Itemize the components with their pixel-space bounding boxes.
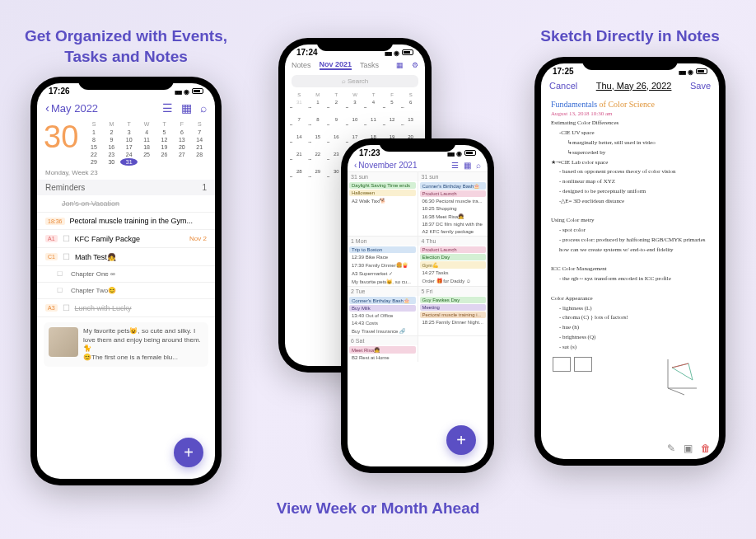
tab-month[interactable]: Nov 2021: [320, 60, 352, 70]
event-item[interactable]: 18:25 Family Dinner Night...: [420, 319, 487, 326]
day-column[interactable]: 4 ThuProduct LaunchElection DayGym💪14:27…: [418, 237, 488, 286]
event-item[interactable]: 12:39 Bike Race: [349, 254, 416, 260]
event-item[interactable]: Meet Risa👧: [349, 346, 416, 354]
list-item[interactable]: C1☐Math Test👧: [37, 248, 215, 266]
list-icon[interactable]: ☰: [451, 161, 459, 170]
image-icon[interactable]: ▣: [684, 443, 693, 454]
event-item[interactable]: Meeting: [420, 304, 487, 311]
sub-item[interactable]: Chapter Two😊: [37, 283, 215, 299]
sub-date: Monday, Week 23: [37, 169, 215, 180]
event-item[interactable]: Gym💪: [420, 261, 487, 269]
note-card[interactable]: My favorite pets😺, so cute and silky. I …: [44, 322, 208, 367]
day-column[interactable]: 31 sunConner's Birthday Bash🎂Product Lau…: [418, 172, 488, 236]
calendar-icon[interactable]: ▦: [464, 161, 471, 170]
handwritten-line: ★⊸CIE Lab color space: [551, 159, 709, 167]
mini-calendar[interactable]: SMTWTFS 12345678910111213141516171819202…: [85, 121, 208, 166]
note-toolbar: ✎ ▣ 🗑: [667, 443, 711, 454]
notch: [380, 138, 456, 152]
day-column[interactable]: 6 SatMeet Risa👧B2 Rest at Home: [348, 336, 418, 362]
note-date-title[interactable]: Thu, May 26, 2022: [596, 81, 672, 91]
event-item[interactable]: 17:30 Family Dinner🍔🍟: [349, 261, 416, 269]
day-column[interactable]: 2 TueConner's Birthday Bash🎂Buy Milk13:4…: [348, 287, 418, 335]
handwritten-line: - brightness (Q): [559, 334, 709, 342]
list-item[interactable]: A3☐Lunch with Lucky: [37, 299, 215, 317]
note-thumbnail: [49, 327, 78, 357]
event-item[interactable]: B2 Rest at Home: [349, 354, 416, 361]
tab-tasks[interactable]: Tasks: [360, 61, 379, 69]
event-item[interactable]: Halloween: [349, 190, 416, 196]
gear-icon[interactable]: ⚙: [412, 61, 418, 69]
event-item[interactable]: 16:38 Meet Risa👧: [420, 213, 487, 220]
event-item[interactable]: 06:30 Pectoral muscle tra...: [420, 198, 487, 204]
save-button[interactable]: Save: [690, 81, 711, 91]
battery-icon: [402, 49, 413, 55]
search-icon[interactable]: ⌕: [476, 161, 481, 170]
handwritten-line: ↳superceded by: [567, 149, 709, 157]
event-item[interactable]: Pectoral muscle training i...: [420, 312, 487, 318]
event-item[interactable]: 18:37 DC film night with the: [420, 221, 487, 227]
cancel-button[interactable]: Cancel: [549, 81, 577, 91]
event-item[interactable]: 14:43 Costs: [349, 320, 416, 326]
event-item[interactable]: Trip to Boston: [349, 246, 416, 253]
big-date: 30: [44, 121, 78, 166]
notch: [78, 77, 174, 90]
battery-icon: [192, 88, 203, 94]
event-item[interactable]: Election Day: [420, 254, 487, 260]
day-column[interactable]: [418, 336, 488, 362]
reminders-header: Reminders 1: [37, 180, 215, 195]
handwritten-line: - process color: produced by halftoning …: [559, 237, 709, 245]
event-item[interactable]: 10:25 Shopping: [420, 205, 487, 212]
svg-line-2: [668, 388, 684, 395]
day-column[interactable]: 5 FriGuy Fawkes DayMeetingPectoral muscl…: [418, 287, 488, 335]
filter-icon[interactable]: ☰: [162, 101, 173, 115]
event-item[interactable]: Conner's Birthday Bash🎂: [420, 182, 487, 190]
day-column[interactable]: 31 sunDaylight Saving Time endsHalloween…: [348, 172, 418, 236]
event-item[interactable]: 14:27 Tasks: [420, 270, 487, 276]
month-back-button[interactable]: November 2021: [354, 161, 418, 170]
handwritten-title: Fundamentals of Color Science: [551, 99, 709, 110]
handwritten-line: Color Appearance: [551, 295, 709, 303]
event-item[interactable]: Guy Fawkes Day: [420, 297, 487, 303]
handwritten-line: -CIE UV space: [559, 129, 709, 138]
list-item[interactable]: 18:36Pectoral muscle training in the Gym…: [37, 213, 215, 230]
trash-icon[interactable]: 🗑: [701, 443, 711, 454]
event-item[interactable]: Conner's Birthday Bash🎂: [349, 297, 416, 304]
handwritten-line: -△E= 3D euclidean distance: [559, 198, 709, 206]
add-button[interactable]: +: [174, 438, 203, 467]
search-input[interactable]: ⌕ Search: [292, 75, 418, 87]
event-item[interactable]: Product Launch: [420, 246, 487, 253]
phone-week: 17:23 November 2021 ☰ ▦ ⌕ 31 sunDaylight…: [341, 138, 494, 473]
calendar-icon[interactable]: ▦: [181, 101, 192, 115]
event-item[interactable]: Buy Milk: [349, 305, 416, 312]
event-item[interactable]: Daylight Saving Time ends: [349, 182, 416, 189]
event-item[interactable]: Product Launch: [420, 190, 487, 197]
add-button[interactable]: +: [446, 425, 476, 455]
calendar-icon[interactable]: ▦: [396, 61, 404, 69]
search-icon[interactable]: ⌕: [200, 101, 207, 115]
event-item[interactable]: Order 🎁 for Daddy ☺: [420, 277, 487, 284]
event-item[interactable]: 13:40 Out of Office: [349, 312, 416, 319]
handwritten-line: - lightness (L): [559, 305, 709, 313]
pen-icon[interactable]: ✎: [667, 443, 675, 454]
screen-note: 17:25 Cancel Thu, May 26, 2022 Save Fund…: [541, 63, 719, 459]
event-item[interactable]: A3 Supermarket ✓: [349, 270, 416, 277]
sub-item[interactable]: Chapter One ∞: [37, 266, 215, 283]
month-back-button[interactable]: May 2022: [45, 101, 98, 115]
list-item[interactable]: Jon's on Vacation: [37, 195, 215, 213]
event-item[interactable]: A2 KFC family package: [420, 228, 487, 235]
status-time: 17:23: [359, 148, 380, 157]
headline-2: View Week or Month Ahead: [252, 499, 504, 519]
event-item[interactable]: A2 Walk Taxi🐕: [349, 197, 416, 204]
tab-notes[interactable]: Notes: [292, 61, 311, 69]
event-item[interactable]: My favorite pets😺, so cu...: [349, 278, 416, 285]
status-time: 17:25: [553, 67, 574, 76]
list-item[interactable]: A1☐KFC Family PackgeNov 2: [37, 230, 215, 248]
day-column[interactable]: 1 MonTrip to Boston12:39 Bike Race17:30 …: [348, 237, 418, 286]
handwritten-line: [551, 208, 709, 216]
handwritten-line: - the rgb↔xyz transform encoded in ICC p…: [559, 275, 709, 284]
headline-1: Get Organized with Events, Tasks and Not…: [7, 26, 245, 67]
handwritten-line: how can we create systems w/ end-to-end …: [559, 246, 709, 255]
signal-icon: [679, 67, 685, 76]
note-canvas[interactable]: Fundamentals of Color Science August 13,…: [541, 94, 719, 413]
event-item[interactable]: Buy Travel Insurance 🔗: [349, 327, 416, 335]
